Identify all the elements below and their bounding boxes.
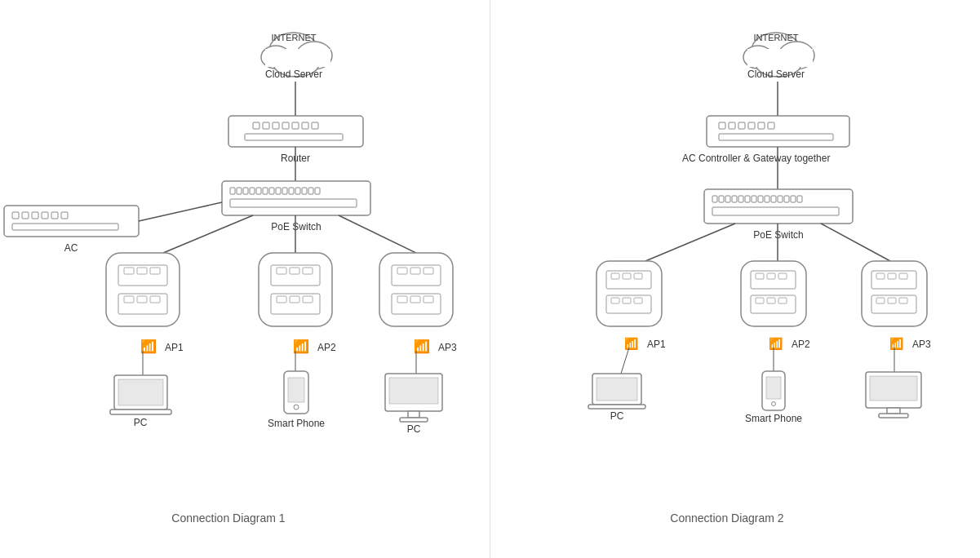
cloud-2: INTERNET Cloud Server [743,33,814,80]
pc-2: PC [588,374,645,422]
smartphone-1: Smart Phone [268,371,325,429]
svg-rect-94 [389,378,438,404]
svg-rect-96 [400,418,428,422]
svg-text:AP2: AP2 [317,342,336,353]
ap1-1: 📶 AP1 [106,253,184,354]
svg-text:PC: PC [610,410,624,422]
caption-2: Connection Diagram 2 [670,512,784,525]
cloud-1: INTERNET Cloud Server [261,33,332,80]
poe-switch-2: PoE Switch [704,189,853,241]
diagram-2: INTERNET Cloud Server AC Controller & Ga… [490,0,980,558]
svg-line-169 [621,348,629,374]
monitor-2 [866,372,921,418]
svg-rect-86 [118,379,163,405]
svg-text:AP3: AP3 [912,339,931,350]
svg-rect-71 [379,253,453,326]
ap1-2: 📶 AP1 [596,261,666,351]
svg-text:📶: 📶 [624,337,639,351]
svg-rect-19 [222,181,370,215]
svg-rect-36 [4,206,139,237]
svg-text:Cloud Server: Cloud Server [747,69,805,80]
svg-text:PC: PC [134,417,148,428]
svg-text:📶: 📶 [889,337,904,351]
main-container: INTERNET Cloud Server Router [0,0,980,558]
svg-text:PC: PC [407,423,421,435]
svg-line-48 [339,215,416,253]
svg-text:AC: AC [64,242,78,254]
svg-rect-182 [887,408,900,414]
svg-text:INTERNET: INTERNET [272,33,317,42]
svg-rect-106 [707,116,849,147]
svg-text:INTERNET: INTERNET [754,33,799,42]
poe-switch-1: PoE Switch [222,181,370,232]
ap3-1: 📶 AP3 [379,253,457,354]
pc2-1: PC [385,374,442,435]
svg-text:AP1: AP1 [647,339,666,350]
svg-text:AP2: AP2 [792,339,810,350]
svg-rect-8 [228,116,363,147]
svg-text:📶: 📶 [769,337,783,351]
svg-text:AP3: AP3 [438,342,457,353]
pc1-1: PC [110,375,171,428]
svg-rect-102 [747,49,813,67]
ac-controller-2: AC Controller & Gateway together [682,116,849,164]
ap3-2: 📶 AP3 [862,261,931,351]
svg-rect-181 [870,376,917,401]
ap2-1: 📶 AP2 [259,253,336,354]
svg-text:Smart Phone: Smart Phone [745,413,802,424]
caption-1: Connection Diagram 1 [171,512,286,525]
svg-rect-87 [110,410,171,414]
svg-text:PoE Switch: PoE Switch [753,229,803,241]
svg-text:Smart Phone: Smart Phone [268,418,325,429]
svg-rect-95 [408,411,419,418]
svg-rect-177 [766,377,781,399]
svg-line-133 [645,224,735,261]
svg-rect-183 [879,414,908,418]
svg-rect-116 [704,189,853,224]
diagram-1: INTERNET Cloud Server Router [0,0,490,558]
svg-line-135 [821,224,890,261]
smartphone-2: Smart Phone [745,371,802,424]
svg-rect-4 [265,49,330,67]
svg-rect-174 [588,405,645,409]
svg-rect-90 [288,378,304,402]
svg-text:AP1: AP1 [165,342,184,353]
ac-switch-1: AC [4,206,139,254]
svg-rect-60 [259,253,332,326]
ap2-2: 📶 AP2 [741,261,810,351]
svg-line-46 [163,215,253,253]
svg-rect-173 [596,378,637,401]
svg-line-45 [139,202,222,221]
svg-rect-49 [106,253,180,326]
svg-text:PoE Switch: PoE Switch [271,221,321,232]
svg-text:Cloud Server: Cloud Server [265,69,322,80]
svg-text:AC Controller & Gateway togeth: AC Controller & Gateway together [682,153,830,164]
